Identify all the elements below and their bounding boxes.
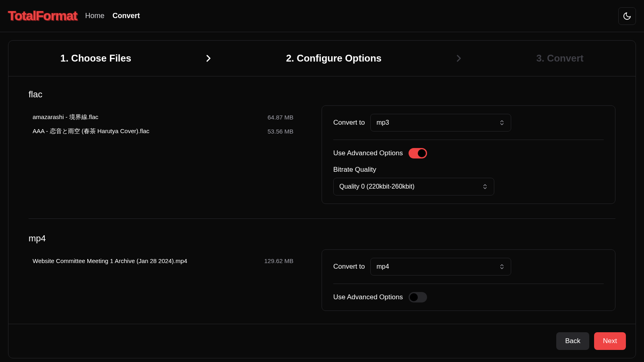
- options-panel: Convert to mp4: [322, 249, 615, 311]
- select-value: mp3: [376, 119, 389, 126]
- file-name: AAA - 恋音と雨空 (春茶 Harutya Cover).flac: [33, 128, 149, 135]
- header-left: TotalFormat Home Convert: [8, 8, 140, 23]
- convert-to-label: Convert to: [333, 119, 365, 127]
- bitrate-label: Bitrate Quality: [333, 166, 604, 174]
- switch-thumb: [410, 293, 418, 301]
- select-value: Quality 0 (220kbit-260kbit): [339, 183, 415, 190]
- next-button[interactable]: Next: [594, 332, 626, 350]
- file-name: amazarashi - 境界線.flac: [33, 113, 98, 121]
- back-button[interactable]: Back: [556, 332, 589, 350]
- advanced-options-label: Use Advanced Options: [333, 149, 403, 157]
- file-size: 64.87 MB: [268, 114, 293, 121]
- app-logo[interactable]: TotalFormat: [8, 8, 77, 23]
- bitrate-select[interactable]: Quality 0 (220kbit-260kbit): [333, 178, 494, 195]
- step-choose-files[interactable]: 1. Choose Files: [60, 53, 131, 64]
- chevron-right-icon: [203, 53, 214, 64]
- main-nav: Home Convert: [85, 12, 140, 20]
- file-size: 53.56 MB: [268, 128, 293, 135]
- file-name: Website Committee Meeting 1 Archive (Jan…: [33, 257, 187, 264]
- advanced-toggle-row: Use Advanced Options: [333, 148, 604, 158]
- moon-icon: [623, 12, 632, 21]
- format-body: amazarashi - 境界線.flac 64.87 MB AAA - 恋音と…: [29, 105, 615, 204]
- divider: [333, 140, 604, 140]
- chevron-right-icon: [453, 53, 464, 64]
- app-header: TotalFormat Home Convert: [0, 0, 644, 32]
- content-area: flac amazarashi - 境界線.flac 64.87 MB AAA …: [8, 76, 636, 324]
- wizard-footer: Back Next: [8, 324, 636, 358]
- chevrons-up-down-icon: [499, 119, 505, 126]
- format-group-mp4: mp4 Website Committee Meeting 1 Archive …: [29, 228, 615, 316]
- divider: [333, 284, 604, 284]
- advanced-toggle-row: Use Advanced Options: [333, 292, 604, 302]
- main-container: 1. Choose Files 2. Configure Options 3. …: [0, 32, 644, 362]
- file-row: amazarashi - 境界線.flac 64.87 MB: [33, 110, 293, 124]
- nav-home[interactable]: Home: [85, 12, 105, 20]
- select-value: mp4: [376, 263, 389, 270]
- file-size: 129.62 MB: [264, 257, 293, 264]
- options-panel: Convert to mp3: [322, 105, 615, 204]
- format-title: mp4: [29, 233, 615, 244]
- chevrons-up-down-icon: [499, 263, 505, 270]
- convert-to-label: Convert to: [333, 263, 365, 271]
- convert-to-row: Convert to mp4: [333, 258, 604, 276]
- file-list: Website Committee Meeting 1 Archive (Jan…: [29, 249, 293, 267]
- format-body: Website Committee Meeting 1 Archive (Jan…: [29, 249, 615, 311]
- advanced-options-switch[interactable]: [409, 292, 427, 302]
- nav-convert[interactable]: Convert: [113, 12, 140, 20]
- file-list: amazarashi - 境界線.flac 64.87 MB AAA - 恋音と…: [29, 105, 293, 138]
- theme-toggle-button[interactable]: [618, 7, 636, 25]
- stepper: 1. Choose Files 2. Configure Options 3. …: [8, 41, 636, 76]
- file-row: Website Committee Meeting 1 Archive (Jan…: [33, 254, 293, 267]
- wizard-card: 1. Choose Files 2. Configure Options 3. …: [8, 40, 636, 358]
- convert-to-row: Convert to mp3: [333, 114, 604, 132]
- chevrons-up-down-icon: [482, 183, 488, 190]
- group-divider: [29, 218, 615, 219]
- step-configure-options: 2. Configure Options: [286, 53, 382, 64]
- switch-thumb: [418, 149, 426, 157]
- convert-to-select[interactable]: mp3: [370, 114, 511, 132]
- format-group-flac: flac amazarashi - 境界線.flac 64.87 MB AAA …: [29, 84, 615, 209]
- convert-to-select[interactable]: mp4: [370, 258, 511, 276]
- advanced-options-label: Use Advanced Options: [333, 293, 403, 301]
- advanced-options-switch[interactable]: [409, 148, 427, 158]
- bitrate-option: Bitrate Quality Quality 0 (220kbit-260kb…: [333, 166, 604, 195]
- file-row: AAA - 恋音と雨空 (春茶 Harutya Cover).flac 53.5…: [33, 124, 293, 138]
- step-convert: 3. Convert: [536, 53, 583, 64]
- format-title: flac: [29, 89, 615, 100]
